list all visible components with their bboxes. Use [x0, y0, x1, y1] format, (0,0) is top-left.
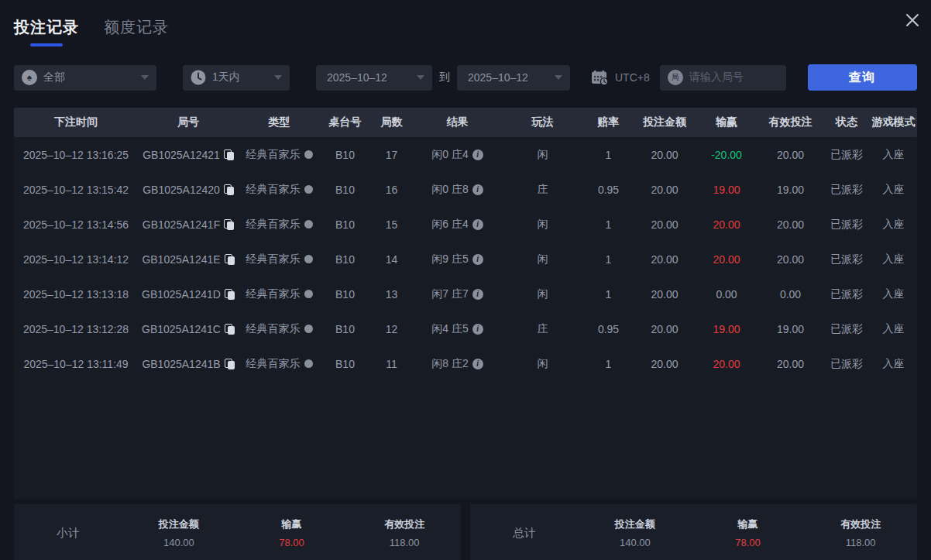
info-icon[interactable]: i — [472, 254, 483, 265]
betting-records-dialog: 投注记录 额度记录 ♠ 全部 1天内 2025–10–12 到 2025–10 — [0, 0, 931, 560]
cell-odds: 0.95 — [583, 184, 634, 196]
cell-valid-bet: 20.00 — [758, 218, 823, 231]
cell-play-type: 闲 — [502, 357, 583, 371]
date-range-to-label: 到 — [439, 70, 450, 84]
cell-status: 已派彩 — [823, 357, 870, 371]
cell-table-number: B10 — [320, 288, 370, 301]
filter-bar: ♠ 全部 1天内 2025–10–12 到 2025–10–12 — [14, 64, 917, 91]
cell-game-type: 经典百家乐 — [239, 218, 320, 232]
subtotal-label: 小计 — [14, 517, 122, 548]
query-button[interactable]: 查询 — [808, 64, 917, 91]
cell-odds: 1 — [583, 149, 634, 161]
cell-table-number: B10 — [320, 358, 370, 370]
info-icon[interactable]: i — [472, 359, 483, 369]
tab-betting-records[interactable]: 投注记录 — [14, 17, 79, 46]
copy-icon[interactable] — [224, 219, 234, 230]
cell-game-mode: 入座 — [870, 218, 917, 232]
records-table: 下注时间局号类型桌台号局数结果玩法赔率投注金额输赢有效投注状态游戏模式 2025… — [14, 108, 917, 499]
cell-game-mode: 入座 — [870, 322, 917, 336]
info-icon[interactable]: i — [472, 219, 483, 230]
chevron-down-icon — [274, 75, 282, 80]
subtotal-panel: 小计 投注金额 140.00 输赢 78.00 有效投注 118.00 — [14, 504, 461, 560]
cell-round-id: GB1025A1241B — [138, 358, 239, 370]
cell-play-type: 庄 — [502, 183, 583, 197]
copy-icon[interactable] — [225, 254, 235, 265]
cell-odds: 1 — [583, 218, 634, 231]
valid-bet-label: 有效投注 — [348, 517, 461, 531]
copy-icon[interactable] — [224, 184, 234, 195]
cell-round-number: 17 — [370, 149, 413, 161]
cell-bet-amount: 20.00 — [634, 218, 696, 231]
info-icon[interactable]: i — [472, 184, 483, 195]
game-logo-icon — [304, 255, 313, 263]
calendar-clock-icon — [591, 70, 609, 86]
info-icon[interactable]: i — [472, 324, 483, 335]
cell-win-loss: 0.00 — [696, 288, 758, 301]
table-row: 2025–10–12 13:11:49GB1025A1241B经典百家乐B101… — [14, 346, 917, 381]
cell-play-type: 闲 — [502, 253, 583, 266]
time-range-value: 1天内 — [212, 70, 240, 84]
round-search-placeholder: 请输入局号 — [689, 70, 744, 84]
cell-result: 闲9 庄5i — [413, 253, 502, 266]
table-row: 2025–10–12 13:12:28GB1025A1241C经典百家乐B101… — [14, 311, 917, 346]
date-to-picker[interactable]: 2025–10–12 — [457, 65, 570, 91]
cell-status: 已派彩 — [823, 253, 870, 266]
tab-betting-records-label: 投注记录 — [14, 17, 79, 38]
close-icon[interactable] — [902, 9, 923, 31]
cell-round-id: GB1025A1241F — [138, 218, 239, 231]
bet-amount-value: 140.00 — [579, 537, 692, 548]
time-range-select[interactable]: 1天内 — [183, 65, 290, 91]
cell-bet-time: 2025–10–12 13:13:18 — [14, 288, 138, 301]
round-search-input[interactable]: 局 请输入局号 — [660, 65, 786, 91]
date-from-picker[interactable]: 2025–10–12 — [316, 65, 432, 91]
cell-valid-bet: 20.00 — [758, 358, 823, 370]
cell-valid-bet: 19.00 — [758, 184, 823, 196]
win-loss-value: 78.00 — [235, 537, 349, 548]
tab-quota-records-label: 额度记录 — [104, 17, 169, 38]
cell-game-type: 经典百家乐 — [239, 357, 320, 371]
game-logo-icon — [304, 150, 313, 159]
info-icon[interactable]: i — [472, 289, 483, 300]
cell-game-type: 经典百家乐 — [239, 148, 320, 162]
column-header: 局数 — [370, 115, 413, 129]
total-bet-amount: 投注金额 140.00 — [579, 517, 692, 548]
column-header: 结果 — [413, 115, 502, 129]
bet-amount-value: 140.00 — [122, 537, 235, 548]
column-header: 玩法 — [502, 115, 583, 129]
column-header: 类型 — [239, 115, 320, 129]
copy-icon[interactable] — [224, 149, 234, 160]
game-type-select[interactable]: ♠ 全部 — [14, 65, 156, 91]
cell-game-type: 经典百家乐 — [239, 322, 320, 336]
cell-game-mode: 入座 — [870, 287, 917, 301]
game-logo-icon — [304, 220, 313, 228]
table-row: 2025–10–12 13:14:56GB1025A1241F经典百家乐B101… — [14, 207, 917, 242]
table-row: 2025–10–12 13:15:42GB1025A12420经典百家乐B101… — [14, 172, 917, 207]
column-header: 投注金额 — [634, 115, 696, 129]
info-icon[interactable]: i — [472, 149, 483, 160]
cell-bet-time: 2025–10–12 13:12:28 — [14, 323, 138, 335]
cell-round-number: 12 — [370, 323, 413, 335]
cell-status: 已派彩 — [823, 322, 870, 336]
total-valid-bet: 有效投注 118.00 — [804, 517, 917, 548]
cell-round-id: GB1025A12421 — [138, 149, 239, 161]
cell-game-mode: 入座 — [870, 357, 917, 371]
cell-bet-amount: 20.00 — [634, 323, 696, 335]
copy-icon[interactable] — [225, 289, 235, 300]
cell-result: 闲6 庄4i — [413, 218, 502, 232]
chevron-down-icon — [417, 75, 424, 80]
cell-bet-amount: 20.00 — [634, 288, 696, 301]
timezone-display: UTC+8 — [591, 70, 650, 86]
total-win-loss: 输赢 78.00 — [692, 517, 805, 548]
cell-game-type: 经典百家乐 — [239, 183, 320, 197]
cell-game-type: 经典百家乐 — [239, 253, 320, 266]
copy-icon[interactable] — [225, 324, 235, 335]
cell-status: 已派彩 — [823, 148, 870, 162]
round-number-icon: 局 — [668, 70, 683, 85]
game-logo-icon — [304, 185, 313, 194]
bet-amount-label: 投注金额 — [579, 517, 692, 531]
cell-round-number: 13 — [370, 288, 413, 301]
cell-bet-time: 2025–10–12 13:15:42 — [14, 184, 138, 196]
copy-icon[interactable] — [225, 359, 235, 369]
tab-quota-records[interactable]: 额度记录 — [104, 17, 169, 38]
cell-table-number: B10 — [320, 218, 370, 231]
